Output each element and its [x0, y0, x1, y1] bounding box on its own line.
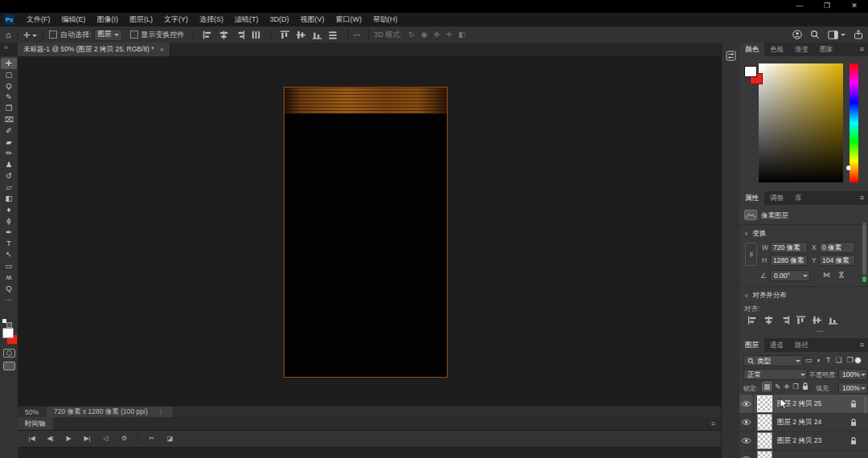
filter-type-layers-icon[interactable]: T	[826, 356, 831, 364]
transform-section-header[interactable]: ∨变换	[744, 229, 766, 239]
canvas-area[interactable]	[18, 56, 721, 406]
layer-thumbnail[interactable]	[757, 414, 772, 431]
document-tab-close-icon[interactable]: ×	[160, 46, 164, 54]
tool-edit-toolbar[interactable]: ⋯	[1, 294, 17, 305]
tool-type[interactable]: T	[1, 238, 17, 249]
layer-row-2[interactable]: 图层 2 拷贝 24	[739, 413, 868, 432]
zoom-level-field[interactable]: 50%	[25, 408, 39, 416]
tool-move[interactable]: ✛	[1, 58, 17, 69]
workspace-switcher-button[interactable]	[828, 30, 845, 39]
layer-name[interactable]: 图层 2 拷贝 24	[777, 418, 850, 427]
color-panel-menu-icon[interactable]: ≡	[860, 43, 864, 56]
properties-tab-1[interactable]: 调整	[764, 191, 789, 205]
screen-mode-button[interactable]	[3, 362, 15, 370]
menu-item-edit[interactable]: 编辑(E)	[56, 13, 92, 27]
layer-visibility-eye-icon[interactable]	[739, 395, 754, 413]
more-align-options-button[interactable]: ⋯	[354, 31, 362, 39]
split-at-playhead-button[interactable]: ✂	[145, 433, 158, 444]
layer-row-4[interactable]	[739, 450, 868, 458]
align-top-icon[interactable]	[280, 30, 290, 40]
layer-visibility-eye-icon[interactable]	[739, 450, 754, 458]
properties-panel-menu-icon[interactable]: ≡	[860, 191, 864, 205]
mute-audio-button[interactable]: ◁	[99, 433, 113, 444]
lock-artboard-icon[interactable]: ❒	[792, 382, 799, 391]
home-icon[interactable]: ⌂	[6, 30, 11, 39]
color-field-marker[interactable]	[760, 65, 766, 71]
tool-eraser[interactable]: ▱	[1, 182, 17, 193]
tool-healing-brush[interactable]: ▰	[1, 137, 17, 148]
tool-eyedropper[interactable]: ✐	[1, 125, 17, 137]
layers-tab-0[interactable]: 图层	[739, 338, 764, 352]
align-distribute-h-icon[interactable]	[251, 30, 261, 40]
3d-slide-icon[interactable]: ✛	[446, 31, 452, 39]
tool-frame[interactable]: ⌧	[1, 114, 17, 125]
filter-smart-object-layers-icon[interactable]: ❒	[847, 356, 854, 364]
saturation-brightness-field[interactable]	[759, 63, 843, 182]
layers-panel-menu-icon[interactable]: ≡	[860, 338, 864, 352]
layer-thumbnail[interactable]	[757, 395, 772, 412]
menu-item-3d[interactable]: 3D(D)	[264, 13, 295, 27]
color-tab-2[interactable]: 渐变	[789, 43, 814, 56]
window-close-button[interactable]: ✕	[841, 0, 868, 13]
menu-item-filter[interactable]: 滤镜(T)	[229, 13, 264, 27]
transition-button[interactable]: ◪	[163, 433, 177, 444]
blend-mode-dropdown[interactable]: 正常	[743, 369, 808, 380]
align-left-icon[interactable]	[203, 30, 213, 40]
auto-select-dropdown[interactable]: 图层	[94, 29, 122, 41]
move-tool-preset-icon[interactable]: ✛	[23, 31, 37, 39]
layer-thumbnail[interactable]	[757, 451, 772, 458]
more-options-button[interactable]: ⋯	[817, 327, 825, 335]
timeline-menu-icon[interactable]: ≡	[711, 417, 715, 430]
layer-thumbnail[interactable]	[757, 432, 772, 449]
tool-gradient[interactable]: ◧	[1, 193, 17, 204]
status-chevron-icon[interactable]: 〉	[159, 407, 166, 417]
align-right-icon[interactable]	[780, 315, 790, 325]
timeline-settings-button[interactable]: ⚙	[117, 433, 131, 444]
document-info[interactable]: 720 像素 x 1280 像素 (100 ppi) 〉	[47, 407, 173, 418]
y-field[interactable]: 104 像素	[819, 255, 855, 266]
layer-name[interactable]: 图层 2 拷贝 23	[777, 436, 850, 446]
properties-tab-0[interactable]: 属性	[739, 191, 764, 205]
layer-filter-kind-dropdown[interactable]: 类型	[743, 355, 803, 366]
tool-crop[interactable]: ❐	[1, 103, 17, 114]
layer-row-1[interactable]: 图层 2 拷贝 25	[739, 395, 868, 414]
tool-rectangle[interactable]: ▭	[1, 260, 17, 272]
go-to-next-frame-button[interactable]: ▶|	[80, 433, 94, 444]
height-field[interactable]: 1280 像素	[770, 255, 808, 266]
lock-transparent-pixels-icon[interactable]: ▦	[762, 382, 772, 391]
play-button[interactable]: ▶	[62, 433, 76, 444]
collapsed-panel-icon[interactable]	[726, 51, 736, 61]
show-transform-checkbox[interactable]	[130, 31, 138, 39]
filter-pixel-layers-icon[interactable]: ▭	[805, 356, 813, 364]
align-top-icon[interactable]	[796, 315, 806, 325]
lock-position-icon[interactable]: ✛	[784, 382, 789, 391]
menu-item-layer[interactable]: 图层(L)	[124, 13, 158, 27]
3d-roll-icon[interactable]: ◉	[421, 31, 428, 39]
tool-hand[interactable]: ʍ	[1, 272, 17, 283]
color-tab-0[interactable]: 颜色	[739, 43, 764, 56]
share-icon[interactable]	[854, 30, 863, 39]
tool-marquee[interactable]: ▢	[1, 69, 17, 80]
tool-clone-stamp[interactable]: ♟	[1, 159, 17, 170]
align-bottom-icon[interactable]	[828, 315, 838, 325]
flip-horizontal-icon[interactable]: ⋈	[823, 271, 830, 279]
menu-item-type[interactable]: 文字(Y)	[158, 13, 194, 27]
layer-filter-toggle[interactable]	[854, 357, 862, 364]
layers-tab-1[interactable]: 通道	[764, 338, 789, 352]
align-center-h-icon[interactable]	[764, 315, 774, 325]
fill-dropdown[interactable]: 100%	[838, 382, 868, 394]
align-left-icon[interactable]	[747, 315, 758, 325]
angle-dropdown[interactable]: 0.00°	[770, 270, 810, 281]
color-tab-1[interactable]: 色板	[764, 43, 789, 56]
align-distribute-section-header[interactable]: ∨对齐并分布	[744, 291, 787, 301]
toolbar-collapse-icon[interactable]: »	[4, 43, 8, 51]
timeline-tab[interactable]: 时间轴	[18, 417, 53, 430]
properties-scrollbar[interactable]	[862, 223, 866, 275]
align-right-icon[interactable]	[235, 30, 245, 40]
3d-pan-icon[interactable]: ✜	[433, 31, 440, 39]
layer-row-3[interactable]: 图层 2 拷贝 23	[739, 431, 868, 451]
hue-slider[interactable]	[850, 63, 858, 182]
width-field[interactable]: 720 像素	[770, 242, 808, 253]
color-foreground-swatch[interactable]	[744, 66, 757, 77]
tool-blur[interactable]: ♦	[1, 204, 17, 215]
